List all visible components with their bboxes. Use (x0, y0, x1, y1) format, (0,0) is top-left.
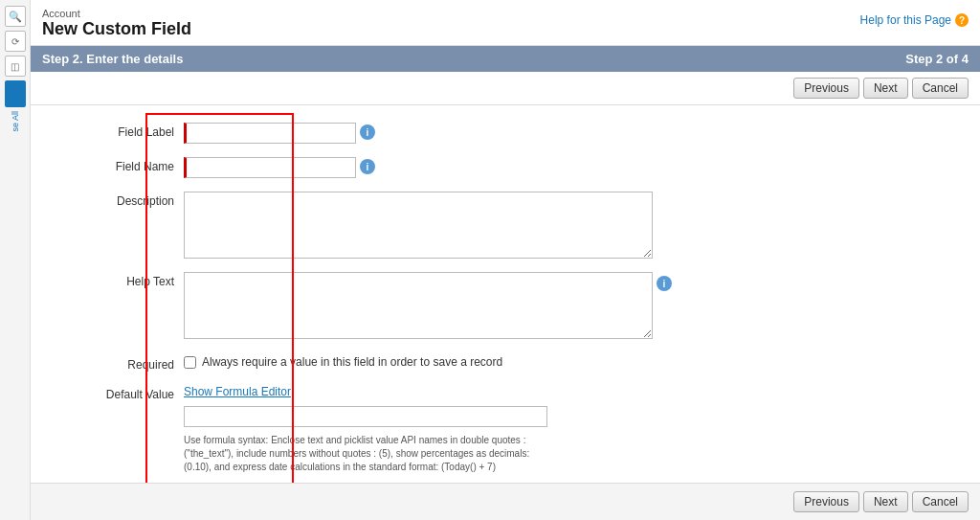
default-value-label-text: Default Value (69, 385, 184, 401)
formula-hint-text: Use formula syntax: Enclose text and pic… (184, 434, 547, 474)
required-checkbox-row: Always require a value in this field in … (184, 355, 502, 369)
field-name-control: i (184, 157, 961, 178)
description-row: Description (69, 192, 961, 259)
formula-editor-link[interactable]: Show Formula Editor (184, 385, 291, 398)
field-name-text: Field Name (69, 157, 184, 173)
bottom-next-button[interactable]: Next (863, 491, 908, 512)
sidebar: 🔍 ⟳ ◫ se All (0, 0, 31, 520)
default-value-input[interactable] (184, 406, 547, 427)
field-label-input[interactable] (184, 123, 356, 144)
required-control: Always require a value in this field in … (184, 355, 961, 369)
form-content-area: Field Label i Field Name i Description (31, 105, 980, 483)
help-text-info-icon[interactable]: i (657, 276, 672, 291)
search-icon[interactable]: 🔍 (5, 6, 26, 27)
header-left: Account New Custom Field (42, 8, 191, 39)
see-all-label[interactable]: se All (11, 111, 20, 132)
top-next-button[interactable]: Next (863, 78, 908, 99)
page-title: New Custom Field (42, 19, 191, 39)
help-textarea-wrapper: i (184, 272, 653, 342)
bottom-previous-button[interactable]: Previous (793, 491, 859, 512)
step-header: Step 2. Enter the details Step 2 of 4 (31, 46, 980, 72)
field-label-info-icon[interactable]: i (360, 124, 375, 140)
default-value-control: Show Formula Editor Use formula syntax: … (184, 385, 961, 474)
required-checkbox[interactable] (184, 356, 196, 369)
bottom-button-bar: Previous Next Cancel (31, 483, 980, 520)
field-name-row: Field Name i (69, 157, 961, 178)
top-button-bar: Previous Next Cancel (31, 72, 980, 105)
help-icon: ? (955, 13, 969, 27)
step-indicator: Step 2 of 4 (905, 52, 969, 66)
help-text-row: Help Text i (69, 272, 961, 342)
form-section: Field Label i Field Name i Description (31, 113, 980, 483)
field-label-row: Field Label i (69, 123, 961, 144)
required-label-text: Required (69, 355, 184, 372)
field-label-control: i (184, 123, 961, 144)
required-checkbox-label: Always require a value in this field in … (202, 355, 502, 369)
bottom-cancel-button[interactable]: Cancel (912, 491, 969, 512)
field-name-info-icon[interactable]: i (360, 159, 375, 174)
page-header: Account New Custom Field Help for this P… (31, 0, 980, 46)
top-cancel-button[interactable]: Cancel (912, 78, 969, 99)
field-name-input[interactable] (184, 157, 356, 178)
field-label-text: Field Label (69, 123, 184, 139)
description-textarea[interactable] (184, 192, 653, 259)
help-link-text: Help for this Page (860, 13, 951, 27)
nav-icon[interactable]: ◫ (5, 56, 26, 77)
help-text-label-text: Help Text (69, 272, 184, 288)
description-label-text: Description (69, 192, 184, 208)
refresh-icon[interactable]: ⟳ (5, 31, 26, 52)
main-content: Account New Custom Field Help for this P… (31, 0, 980, 520)
required-row: Required Always require a value in this … (69, 355, 961, 372)
blue-button[interactable] (5, 80, 26, 107)
help-text-textarea[interactable] (184, 272, 653, 339)
help-text-control: i (184, 272, 961, 342)
step-title: Step 2. Enter the details (42, 52, 183, 66)
help-link[interactable]: Help for this Page ? (860, 13, 969, 27)
default-value-row: Default Value Show Formula Editor Use fo… (69, 385, 961, 474)
description-control (184, 192, 961, 259)
account-label: Account (42, 8, 191, 19)
top-previous-button[interactable]: Previous (793, 78, 859, 99)
